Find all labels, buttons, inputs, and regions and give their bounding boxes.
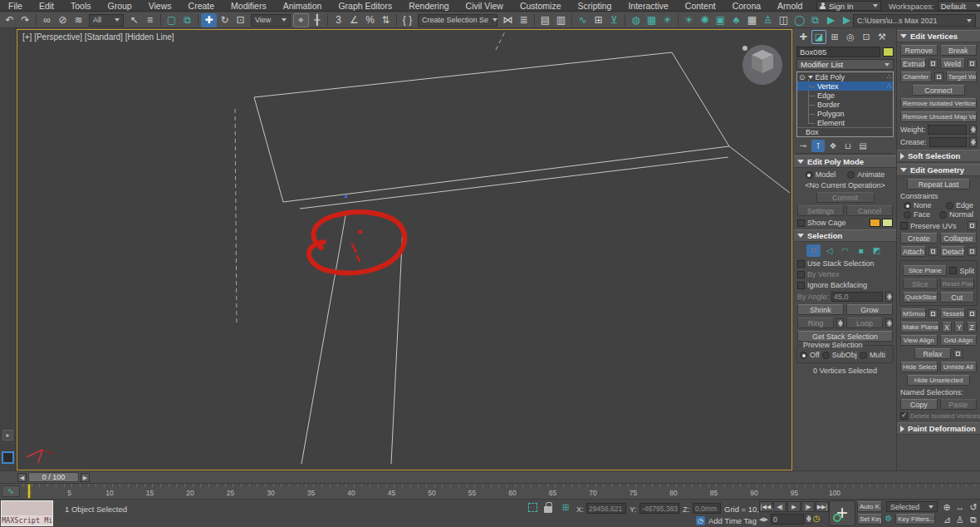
current-frame-marker[interactable] xyxy=(27,484,31,499)
select-object-icon[interactable]: ↖ xyxy=(126,13,142,27)
rollout-header-selection[interactable]: Selection xyxy=(794,229,896,242)
attach-button[interactable]: Attach xyxy=(900,246,926,257)
constraint-edge-radio[interactable] xyxy=(946,202,953,209)
playback-button[interactable]: ▶▶| xyxy=(816,501,829,512)
use-stack-selection-checkbox[interactable] xyxy=(797,260,805,268)
key-filter-set-dropdown[interactable]: Selected xyxy=(886,501,938,512)
ignore-backfacing-checkbox[interactable] xyxy=(797,282,805,289)
weight-field[interactable] xyxy=(928,125,967,135)
hide-unselected-button[interactable]: Hide Unselected xyxy=(907,375,970,386)
x-coordinate-field[interactable]: 29456,621 xyxy=(586,503,626,514)
selection-filter-dropdown[interactable]: All xyxy=(89,14,124,27)
remove-unused-map-verts-button[interactable]: Remove Unused Map Verts xyxy=(900,111,977,122)
y-coordinate-field[interactable]: -46795,383 xyxy=(639,503,679,514)
connect-button[interactable]: Connect xyxy=(912,85,965,96)
biped-icon[interactable]: ♙ xyxy=(760,13,776,27)
orbit-icon[interactable]: ↺ xyxy=(967,501,980,513)
configure-modifier-sets-icon[interactable]: ▤ xyxy=(856,140,870,152)
preserve-uvs-checkbox[interactable] xyxy=(900,222,908,229)
menu-item[interactable]: Modifiers xyxy=(223,0,275,12)
select-and-link-icon[interactable]: ∞ xyxy=(39,13,55,27)
element-subobject-icon[interactable]: ◩ xyxy=(870,244,884,257)
menu-item[interactable]: Interactive xyxy=(620,0,676,12)
weld-settings-button[interactable] xyxy=(968,59,977,68)
pin-stack-icon[interactable]: ⊸ xyxy=(796,140,810,152)
auto-key-button[interactable]: Auto K... xyxy=(857,501,882,512)
schematic-view-icon[interactable]: ⊞ xyxy=(590,13,606,27)
constraint-face-radio[interactable] xyxy=(904,211,911,219)
detach-settings-button[interactable] xyxy=(968,247,977,256)
view-align-button[interactable]: View Align xyxy=(900,335,938,346)
target-weld-button[interactable]: Target Weld xyxy=(946,71,978,82)
ring-button[interactable]: Ring xyxy=(797,318,834,328)
key-step-toggle[interactable]: ◀▶ xyxy=(759,514,769,525)
constraint-normal-radio[interactable] xyxy=(939,211,947,219)
menu-item[interactable]: Animation xyxy=(275,0,331,12)
bind-to-space-warp-icon[interactable]: ≋ xyxy=(71,13,86,27)
toolbar-separator[interactable] xyxy=(571,14,572,26)
viewport-label[interactable]: [+] [Perspective] [Standard] [Hidden Lin… xyxy=(22,32,174,42)
preserve-uvs-settings-button[interactable] xyxy=(968,221,977,230)
menu-item[interactable]: Tools xyxy=(62,0,100,12)
use-pivot-center-icon[interactable]: ⌖ xyxy=(293,13,309,27)
select-and-move-icon[interactable]: ✚ xyxy=(201,13,217,27)
menu-item[interactable]: Graph Editors xyxy=(330,0,400,12)
project-folder-dropdown[interactable]: C:\Users\u...s Max 2021 xyxy=(853,14,976,27)
mirror-icon[interactable]: ⋈ xyxy=(500,13,516,27)
chamfer-settings-button[interactable] xyxy=(934,72,943,81)
menu-item[interactable]: Arnold xyxy=(769,0,811,12)
playback-button[interactable]: |◀◀ xyxy=(759,501,772,512)
expand-arrow-icon[interactable] xyxy=(808,76,813,79)
planar-y-button[interactable]: Y xyxy=(954,322,964,332)
display-tab-icon[interactable]: ⊡ xyxy=(859,30,874,44)
create-button[interactable]: Create xyxy=(900,233,938,244)
layer-explorer-icon[interactable]: ▤ xyxy=(537,13,553,27)
relax-settings-button[interactable] xyxy=(953,349,963,358)
preview-off-radio[interactable] xyxy=(800,352,807,359)
menu-item[interactable]: File xyxy=(0,0,31,12)
by-vertex-checkbox[interactable] xyxy=(797,271,805,278)
render-frame-icon[interactable]: ▦ xyxy=(644,13,659,27)
time-slider-track[interactable]: ◀ 0 / 100 ▶ xyxy=(0,470,980,483)
maximize-viewport-icon[interactable]: ⧉ xyxy=(967,514,980,525)
select-and-manipulate-icon[interactable]: ╂ xyxy=(309,13,325,27)
grow-button[interactable]: Grow xyxy=(846,304,893,315)
model-radio[interactable] xyxy=(806,171,813,179)
crease-field[interactable] xyxy=(929,137,967,147)
crease-spinner[interactable] xyxy=(969,137,977,147)
quickslice-button[interactable]: QuickSlice xyxy=(903,292,938,303)
stack-row-edge[interactable]: Edge xyxy=(797,91,893,100)
selection-lock-icon[interactable] xyxy=(544,506,552,513)
previous-frame-button[interactable]: ◀ xyxy=(17,473,27,482)
toolbar-separator[interactable] xyxy=(625,14,625,26)
viewport-layout-tab[interactable] xyxy=(2,451,14,464)
z-coordinate-field[interactable]: 0,0mm xyxy=(693,503,721,514)
modifier-list-dropdown[interactable]: Modifier List xyxy=(796,59,894,70)
percent-snap-icon[interactable]: % xyxy=(362,13,378,27)
view-cube[interactable] xyxy=(742,45,782,85)
make-unique-icon[interactable]: ❖ xyxy=(826,140,840,152)
curve-editor-icon[interactable]: ∿ xyxy=(575,13,590,27)
cancel-button[interactable]: Cancel xyxy=(846,205,893,216)
vertex-subobject-icon[interactable]: ∷ xyxy=(806,244,821,257)
chamfer-button[interactable]: Chamfer xyxy=(900,71,932,82)
stack-row-element[interactable]: Element xyxy=(797,118,893,127)
border-subobject-icon[interactable]: ◠ xyxy=(838,244,852,257)
slice-plane-button[interactable]: Slice Plane xyxy=(903,265,947,276)
menu-item[interactable]: Customize xyxy=(512,0,570,12)
polygon-subobject-icon[interactable]: ■ xyxy=(854,244,868,257)
modify-tab-icon[interactable]: ◪ xyxy=(811,30,826,44)
delete-isolated-vertices-checkbox[interactable] xyxy=(900,412,908,420)
create-tab-icon[interactable]: ✚ xyxy=(796,30,811,44)
tessellate-settings-button[interactable] xyxy=(968,309,977,318)
layers-icon[interactable]: ⧉ xyxy=(807,13,823,27)
menu-item[interactable]: Edit xyxy=(31,0,62,12)
rollout-header-soft-selection[interactable]: Soft Selection xyxy=(897,150,980,162)
motion-tab-icon[interactable]: ◎ xyxy=(843,30,858,44)
stack-row-polygon[interactable]: Polygon xyxy=(797,109,893,118)
grid-align-button[interactable]: Grid Align xyxy=(940,335,978,346)
walk-through-icon[interactable]: ♙ xyxy=(953,514,967,525)
object-name-field[interactable]: Box085 xyxy=(796,47,880,57)
rollout-header-edit-geometry[interactable]: Edit Geometry xyxy=(897,164,980,176)
collapse-button[interactable]: Collapse xyxy=(940,233,978,244)
